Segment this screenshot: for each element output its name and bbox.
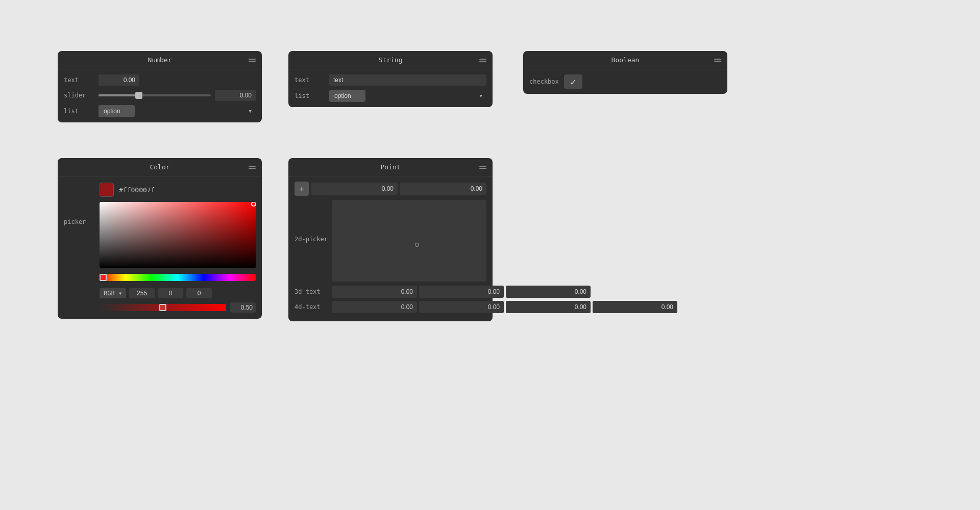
checkmark-icon: ✓ xyxy=(571,76,576,87)
point-panel-icon[interactable] xyxy=(479,166,486,169)
point-y-input[interactable] xyxy=(400,183,486,195)
point-xy-row: + xyxy=(295,182,486,196)
number-panel-title: Number xyxy=(64,56,256,64)
gradient-brightness xyxy=(100,202,256,268)
point-4d-row: 4d-text xyxy=(295,301,486,313)
boolean-panel-title: Boolean xyxy=(529,56,721,64)
alpha-value[interactable] xyxy=(230,302,256,313)
point-panel: Point + 2d-picker 3d-text 4d-text xyxy=(288,158,493,321)
number-dropdown-wrapper: option xyxy=(99,105,256,117)
point-x-input[interactable] xyxy=(311,183,398,195)
string-dropdown-wrapper: option xyxy=(329,90,486,102)
string-dropdown[interactable]: option xyxy=(329,90,365,102)
point-panel-header: Point xyxy=(288,158,493,176)
number-panel: Number text slider list option xyxy=(58,51,262,122)
string-panel-header: String xyxy=(288,51,493,69)
point-4d-x-input[interactable] xyxy=(332,301,417,313)
string-text-row: text xyxy=(295,74,486,86)
boolean-checkbox-label: checkbox xyxy=(529,78,560,85)
point-plus-button[interactable]: + xyxy=(295,182,309,196)
color-panel-icon[interactable] xyxy=(249,166,256,169)
color-swatch[interactable] xyxy=(100,183,114,197)
number-panel-body: text slider list option xyxy=(58,69,262,122)
point-3d-y-input[interactable] xyxy=(419,286,504,298)
point-3d-x-input[interactable] xyxy=(332,286,417,298)
boolean-checkbox-box[interactable]: ✓ xyxy=(564,74,582,89)
point-4d-w-input[interactable] xyxy=(593,301,677,313)
color-panel: Color picker #ff00007f xyxy=(58,158,262,319)
point-4d-z-input[interactable] xyxy=(506,301,591,313)
string-text-label: text xyxy=(295,76,325,84)
point-2d-canvas[interactable] xyxy=(332,200,486,282)
string-list-row: list option xyxy=(295,90,486,102)
color-controls: #ff00007f RGB ▾ xyxy=(100,183,256,313)
rgb-g-input[interactable] xyxy=(158,288,183,298)
number-slider-input[interactable] xyxy=(99,94,211,96)
hue-slider[interactable] xyxy=(100,274,256,281)
number-slider-value[interactable] xyxy=(215,90,256,101)
point-3d-label: 3d-text xyxy=(295,288,330,295)
point-panel-body: + 2d-picker 3d-text 4d-text xyxy=(288,176,493,321)
color-hex-value: #ff00007f xyxy=(119,186,155,194)
rgb-row: RGB ▾ xyxy=(100,288,256,298)
string-panel-icon[interactable] xyxy=(479,59,486,62)
point-2d-area: 2d-picker xyxy=(295,200,486,282)
number-list-row: list option xyxy=(64,105,256,117)
point-3d-z-input[interactable] xyxy=(506,286,591,298)
color-picker-label: picker xyxy=(64,218,94,225)
number-text-row: text xyxy=(64,74,256,86)
number-panel-header: Number xyxy=(58,51,262,69)
rgb-b-input[interactable] xyxy=(186,288,212,298)
point-4d-label: 4d-text xyxy=(295,303,330,311)
boolean-checkbox-area: ✓ xyxy=(564,74,582,89)
string-text-input[interactable] xyxy=(329,74,486,86)
hue-slider-row xyxy=(100,273,256,283)
point-2d-label: 2d-picker xyxy=(295,200,330,243)
boolean-checkbox-row: checkbox ✓ xyxy=(529,74,721,89)
string-panel-title: String xyxy=(295,56,486,64)
alpha-row xyxy=(100,302,256,313)
color-hex-row: #ff00007f xyxy=(100,183,256,197)
color-gradient-picker[interactable] xyxy=(100,202,256,268)
number-dropdown[interactable]: option xyxy=(99,105,135,117)
alpha-slider[interactable] xyxy=(100,304,226,311)
number-text-label: text xyxy=(64,76,94,84)
boolean-panel-header: Boolean xyxy=(523,51,727,69)
number-list-label: list xyxy=(64,108,94,115)
point-4d-y-input[interactable] xyxy=(419,301,504,313)
picker-cursor-icon xyxy=(251,202,256,207)
point-panel-title: Point xyxy=(295,163,486,171)
number-slider-row: slider xyxy=(64,90,256,101)
string-panel-body: text list option xyxy=(288,69,493,107)
number-slider-wrapper xyxy=(99,94,211,96)
number-panel-icon[interactable] xyxy=(249,59,256,62)
boolean-panel: Boolean checkbox ✓ xyxy=(523,51,727,94)
number-slider-label: slider xyxy=(64,92,94,99)
point-3d-row: 3d-text xyxy=(295,286,486,298)
boolean-panel-body: checkbox ✓ xyxy=(523,69,727,94)
point-2d-cursor-icon xyxy=(415,243,419,247)
rgb-mode-label[interactable]: RGB ▾ xyxy=(100,288,126,298)
string-panel: String text list option xyxy=(288,51,493,107)
rgb-r-input[interactable] xyxy=(129,288,155,298)
color-panel-title: Color xyxy=(64,163,256,171)
boolean-panel-icon[interactable] xyxy=(714,59,721,62)
color-panel-body: picker #ff00007f xyxy=(58,176,262,319)
color-panel-header: Color xyxy=(58,158,262,176)
string-list-label: list xyxy=(295,92,325,99)
number-text-input[interactable] xyxy=(99,74,139,86)
